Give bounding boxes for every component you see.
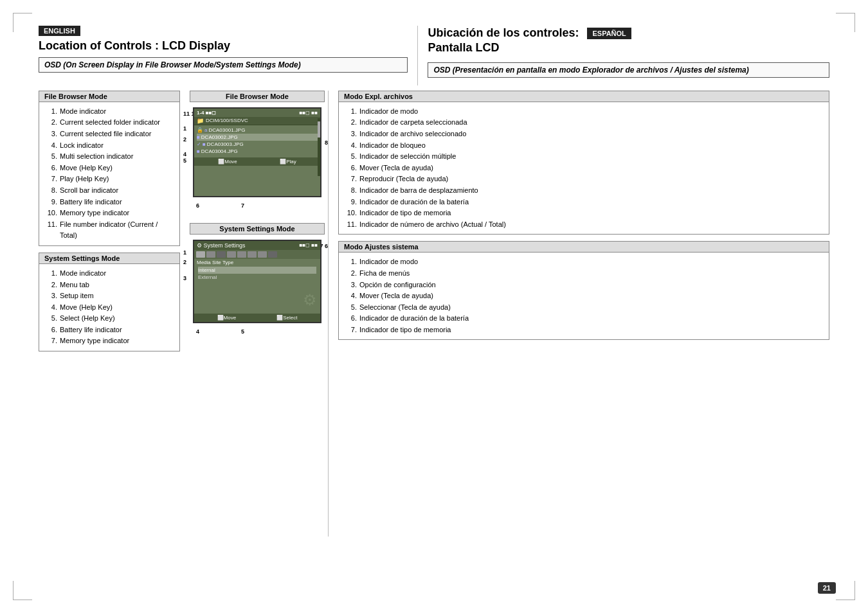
item-text: Indicador de archivo seleccionado [359, 129, 466, 140]
list-item: 10.Memory type indicator [46, 208, 173, 219]
annot-8: 8 [325, 139, 328, 146]
left-file-browser-box: File Browser Mode 1.Mode indicator2.Curr… [39, 91, 180, 246]
ss-annot-5: 5 [241, 328, 244, 335]
list-item: 3.Setup item [46, 290, 173, 302]
list-item: 4.Mover (Tecla de ayuda) [345, 290, 822, 302]
list-item: 11.Indicador de número de archivo (Actua… [345, 219, 822, 231]
list-item: 9.Battery life indicator [46, 197, 173, 208]
item-num: 10. [345, 208, 357, 219]
item-num: 2. [46, 280, 57, 291]
item-text: Select (Help Key) [60, 313, 115, 324]
list-item: 1.Mode indicator [46, 106, 173, 118]
item-num: 2. [46, 117, 57, 129]
item-text: Multi selection indicator [60, 151, 133, 163]
item-num: 7. [46, 173, 57, 185]
item-text: Current selected file indicator [60, 129, 151, 140]
list-item: 9.Indicador de duración de la batería [345, 197, 822, 208]
right-fb-box: Modo Expl. archivos 1.Indicador de modo2… [338, 91, 829, 235]
list-item: 2.Menu tab [46, 280, 173, 291]
left-fb-list: 1.Mode indicator2.Current selected folde… [46, 106, 173, 242]
item-num: 5. [46, 151, 57, 163]
page-number: 21 [818, 582, 836, 594]
item-text: Indicador de tipo de memoria [359, 324, 451, 336]
list-item: 7.Reproducir (Tecla de ayuda) [345, 173, 822, 185]
annot-2: 2 [183, 136, 186, 143]
item-text: Lock indicator [60, 140, 104, 152]
annot-7: 7 [241, 202, 244, 209]
list-item: 1.Indicador de modo [345, 256, 822, 268]
list-item: 7.Play (Help Key) [46, 173, 173, 185]
item-text: Battery life indicator [60, 324, 122, 336]
item-text: Mode indicator [60, 106, 106, 118]
item-text: Opción de configuración [359, 280, 436, 291]
item-text: Move (Help Key) [60, 163, 113, 174]
item-num: 7. [46, 335, 57, 347]
fb-screen-label-center: File Browser Mode [190, 91, 325, 102]
right-fb-list: 1.Indicador de modo2.Indicador de carpet… [345, 106, 822, 231]
item-num: 5. [345, 151, 357, 163]
left-ss-mode-content: 1.Mode indicator2.Menu tab3.Setup item4.… [39, 264, 179, 351]
left-section-subtitle: OSD (On Screen Display in File Browser M… [39, 57, 408, 73]
item-text: Reproducir (Tecla de ayuda) [359, 173, 448, 185]
right-section-subtitle: OSD (Presentación en pantalla en modo Ex… [428, 62, 829, 78]
item-num: 2. [345, 117, 357, 129]
list-item: 4.Indicador de bloqueo [345, 140, 822, 152]
page: 21 ENGLISH Location of Controls : LCD Di… [0, 0, 868, 613]
right-fb-mode-title: Modo Expl. archivos [339, 91, 829, 102]
list-item: 5.Indicador de selección múltiple [345, 151, 822, 163]
item-num: 4. [345, 290, 357, 302]
item-num: 9. [46, 197, 57, 208]
list-item: 7.Memory type indicator [46, 335, 173, 347]
left-ss-box: System Settings Mode 1.Mode indicator2.M… [39, 253, 180, 351]
annot-1: 1 [183, 125, 186, 132]
item-num: 2. [345, 268, 357, 280]
ss-annot-4: 4 [196, 328, 199, 335]
item-text: Indicador de selección múltiple [359, 151, 456, 163]
item-text: Play (Help Key) [60, 173, 109, 185]
item-text: Ficha de menús [359, 268, 410, 280]
item-text: Indicador de barra de desplazamiento [359, 185, 478, 197]
annot-6: 6 [196, 202, 199, 209]
corner-mark-tl [13, 13, 32, 32]
right-ss-mode-title: Modo Ajustes sistema [339, 242, 829, 253]
item-text: Current selected folder indicator [60, 117, 160, 129]
item-num: 8. [46, 185, 57, 197]
left-ss-mode-title: System Settings Mode [39, 253, 179, 264]
item-num: 8. [345, 185, 357, 197]
corner-mark-br [836, 581, 855, 600]
list-item: 5.Select (Help Key) [46, 313, 173, 324]
item-text: Seleccionar (Tecla de ayuda) [359, 302, 451, 314]
espanol-badge: ESPAÑOL [587, 28, 631, 39]
item-text: Memory type indicator [60, 208, 129, 219]
list-item: 2.Indicador de carpeta seleccionada [345, 117, 822, 129]
list-item: 4.Move (Help Key) [46, 302, 173, 314]
list-item: 6.Indicador de duración de la batería [345, 313, 822, 324]
item-text: Mover (Tecla de ayuda) [359, 290, 433, 302]
item-num: 4. [345, 140, 357, 152]
list-item: 1.Mode indicator [46, 268, 173, 280]
item-num: 6. [46, 163, 57, 174]
ss-annot-3: 3 [183, 275, 186, 281]
item-num: 9. [345, 197, 357, 208]
list-item: 10.Indicador de tipo de memoria [345, 208, 822, 219]
right-ss-list: 1.Indicador de modo2.Ficha de menús3.Opc… [345, 256, 822, 335]
item-text: File number indicator (Current / Total) [60, 219, 173, 242]
list-item: 8.Scroll bar indicator [46, 185, 173, 197]
item-text: Indicador de modo [359, 256, 418, 268]
right-section-title: Ubicación de los controles: ESPAÑOL Pant… [428, 26, 829, 56]
item-num: 3. [46, 129, 57, 140]
item-num: 4. [46, 140, 57, 152]
list-item: 3.Current selected file indicator [46, 129, 173, 140]
ss-screen-label-center: System Settings Mode [190, 223, 325, 235]
file-browser-screen: 1-4 ■■◻ ■■◻ ■■ 📁 DCIM/100/SSDVC 🔒 a DCA0… [193, 107, 321, 197]
item-text: Indicador de carpeta seleccionada [359, 117, 467, 129]
item-num: 10. [46, 208, 57, 219]
item-num: 3. [345, 280, 357, 291]
list-item: 11.File number indicator (Current / Tota… [46, 219, 173, 242]
item-num: 3. [46, 290, 57, 302]
item-num: 6. [345, 163, 357, 174]
item-text: Mover (Tecla de ayuda) [359, 163, 433, 174]
item-text: Scroll bar indicator [60, 185, 118, 197]
system-settings-screen: ⚙ System Settings ■■◻ ■■ [193, 240, 321, 323]
list-item: 2.Current selected folder indicator [46, 117, 173, 129]
